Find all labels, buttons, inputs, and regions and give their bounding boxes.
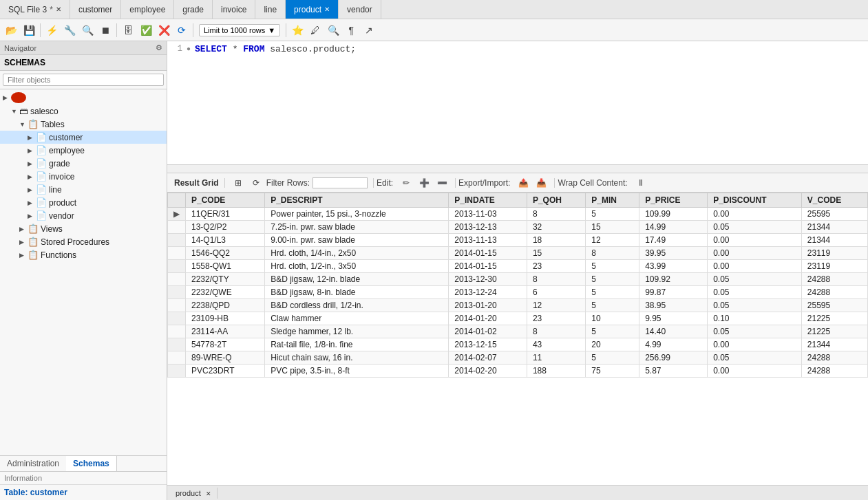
cell-p_discount: 0.10: [708, 312, 802, 325]
tree-stored-procedures[interactable]: ▶ 📋 Stored Procedures: [0, 235, 167, 248]
refresh-results-button[interactable]: ⟳: [248, 175, 264, 191]
tree-product[interactable]: ▶ 📄 product: [0, 196, 167, 209]
open-file-button[interactable]: 📂: [3, 22, 19, 39]
col-header-p-qoh[interactable]: P_QOH: [527, 193, 585, 208]
table-row[interactable]: 23114-AASledge hammer, 12 lb.2014-01-028…: [168, 325, 868, 338]
table-row[interactable]: 2232/QTYB&D jigsaw, 12-in. blade2013-12-…: [168, 273, 868, 286]
save-button[interactable]: 💾: [21, 22, 37, 39]
table-row[interactable]: 89-WRE-QHicut chain saw, 16 in.2014-02-0…: [168, 351, 868, 365]
tree-salesco[interactable]: ▼ 🗃 salesco: [0, 105, 167, 118]
col-header-v-code[interactable]: V_CODE: [801, 193, 867, 208]
limit-rows-select[interactable]: Limit to 1000 rows ▼: [199, 24, 280, 36]
format-button[interactable]: ¶: [343, 22, 359, 39]
tree-grade[interactable]: ▶ 📄 grade: [0, 157, 167, 170]
col-header-p-indate[interactable]: P_INDATE: [449, 193, 527, 208]
table-row[interactable]: 13-Q2/P27.25-in. pwr. saw blade2013-12-1…: [168, 221, 868, 234]
favorite-button[interactable]: ⭐: [289, 22, 306, 39]
col-header-p-min[interactable]: P_MIN: [586, 193, 639, 208]
filter-rows-input[interactable]: [313, 177, 368, 188]
tree-invoice[interactable]: ▶ 📄 invoice: [0, 170, 167, 183]
main-area: Navigator ⚙ SCHEMAS ▶ ▼ 🗃 salesco: [0, 41, 868, 500]
sql-editor[interactable]: 1 ● SELECT * FROM salesco.product;: [167, 41, 868, 165]
cell-p_discount: 0.00: [708, 208, 802, 221]
tab-administration[interactable]: Administration: [0, 456, 66, 471]
tab-customer[interactable]: customer: [70, 0, 121, 19]
functions-arrow: ▶: [19, 252, 28, 259]
tree-functions[interactable]: ▶ 📋 Functions: [0, 248, 167, 261]
tree-customer[interactable]: ▶ 📄 customer: [0, 131, 167, 144]
table-row[interactable]: 1546-QQ2Hrd. cloth, 1/4-in., 2x502014-01…: [168, 247, 868, 260]
zoom-in-button[interactable]: 🔍: [325, 22, 341, 39]
bottom-tab-close-icon[interactable]: ✕: [206, 490, 211, 497]
export-button[interactable]: ↗: [361, 22, 377, 39]
row-arrow-cell: [168, 260, 186, 273]
table-row[interactable]: ▶11QER/31Power painter, 15 psi., 3-nozzl…: [168, 208, 868, 221]
cell-p_qoh: 15: [527, 247, 585, 260]
cancel-button[interactable]: ❌: [156, 22, 172, 39]
cell-p_price: 4.99: [639, 338, 708, 351]
schema-button[interactable]: 🗄: [120, 22, 136, 39]
refresh-button[interactable]: ⟳: [173, 22, 190, 39]
col-header-p-descript[interactable]: P_DESCRIPT: [265, 193, 449, 208]
edit-pencil-button[interactable]: ✏: [399, 175, 414, 191]
tree-views[interactable]: ▶ 📋 Views: [0, 222, 167, 235]
grid-options-button[interactable]: ⊞: [231, 175, 246, 191]
bottom-tab-product[interactable]: product ✕: [170, 488, 218, 499]
table-row[interactable]: 14-Q1/L39.00-in. pwr. saw blade2013-11-1…: [168, 234, 868, 247]
cell-p_descript: Rat-tail file, 1/8-in. fine: [265, 338, 449, 351]
cell-p_descript: 7.25-in. pwr. saw blade: [265, 221, 449, 234]
database-icon: 🗃: [19, 106, 28, 116]
beautify-button[interactable]: 🖊: [307, 22, 324, 39]
tree-root-item[interactable]: ▶: [0, 91, 167, 105]
filter-objects-input[interactable]: [3, 74, 164, 86]
cell-v_code: 21344: [801, 221, 867, 234]
table-row[interactable]: 2232/QWEB&D jigsaw, 8-in. blade2013-12-2…: [168, 286, 868, 299]
check-button[interactable]: ✅: [138, 22, 154, 39]
add-row-button[interactable]: ➕: [416, 175, 432, 191]
tab-product[interactable]: product ✕: [286, 0, 339, 19]
cell-p_descript: Sledge hammer, 12 lb.: [265, 325, 449, 338]
table-row[interactable]: 54778-2TRat-tail file, 1/8-in. fine2013-…: [168, 338, 868, 351]
table-row[interactable]: PVC23DRTPVC pipe, 3.5-in., 8-ft2014-02-2…: [168, 365, 868, 378]
tab-line[interactable]: line: [255, 0, 286, 19]
tree-vendor[interactable]: ▶ 📄 vendor: [0, 209, 167, 222]
tab-vendor[interactable]: vendor: [339, 0, 381, 19]
find-button[interactable]: 🔍: [79, 22, 96, 39]
tree-line[interactable]: ▶ 📄 line: [0, 183, 167, 196]
tab-sql-file-3[interactable]: SQL File 3 * ✕: [0, 0, 70, 19]
table-row[interactable]: 2238/QPDB&D cordless drill, 1/2-in.2013-…: [168, 299, 868, 312]
line-arrow: ▶: [28, 186, 36, 193]
table-icon-grade: 📄: [36, 158, 47, 169]
cell-p_price: 109.99: [639, 208, 708, 221]
data-table-wrapper[interactable]: P_CODE P_DESCRIPT P_INDATE P_QOH P_MIN P…: [167, 193, 868, 485]
export-btn[interactable]: 📤: [516, 175, 531, 191]
tree-tables[interactable]: ▼ 📋 Tables: [0, 118, 167, 131]
cell-p_indate: 2013-12-13: [449, 221, 527, 234]
tab-schemas[interactable]: Schemas: [66, 456, 117, 471]
tree-employee[interactable]: ▶ 📄 employee: [0, 144, 167, 157]
tab-close-sql-file-3[interactable]: ✕: [56, 6, 61, 13]
col-header-p-discount[interactable]: P_DISCOUNT: [708, 193, 802, 208]
import-btn[interactable]: 📥: [533, 175, 549, 191]
table-body: ▶11QER/31Power painter, 15 psi., 3-nozzl…: [168, 208, 868, 378]
col-header-p-code[interactable]: P_CODE: [186, 193, 265, 208]
stop-button[interactable]: ⏹: [97, 22, 114, 39]
tab-grade[interactable]: grade: [174, 0, 213, 19]
tab-invoice[interactable]: invoice: [213, 0, 255, 19]
horizontal-scrollbar[interactable]: [167, 165, 868, 173]
explain-button[interactable]: 🔧: [61, 22, 78, 39]
tab-employee[interactable]: employee: [121, 0, 174, 19]
cell-p_indate: 2013-11-03: [449, 208, 527, 221]
schemas-label: SCHEMAS: [4, 58, 45, 67]
wrap-btn[interactable]: Ⅱ: [633, 175, 648, 191]
sidebar-options-icon[interactable]: ⚙: [156, 43, 162, 52]
col-header-p-price[interactable]: P_PRICE: [639, 193, 708, 208]
tab-close-product[interactable]: ✕: [324, 6, 330, 13]
administration-label: Administration: [7, 459, 59, 468]
cell-p_price: 43.99: [639, 260, 708, 273]
table-row[interactable]: 1558-QW1Hrd. cloth, 1/2-in., 3x502014-01…: [168, 260, 868, 273]
execute-button[interactable]: ⚡: [43, 22, 60, 39]
cell-p_price: 38.95: [639, 299, 708, 312]
table-row[interactable]: 23109-HBClaw hammer2014-01-2023109.950.1…: [168, 312, 868, 325]
delete-row-button[interactable]: ➖: [434, 175, 449, 191]
